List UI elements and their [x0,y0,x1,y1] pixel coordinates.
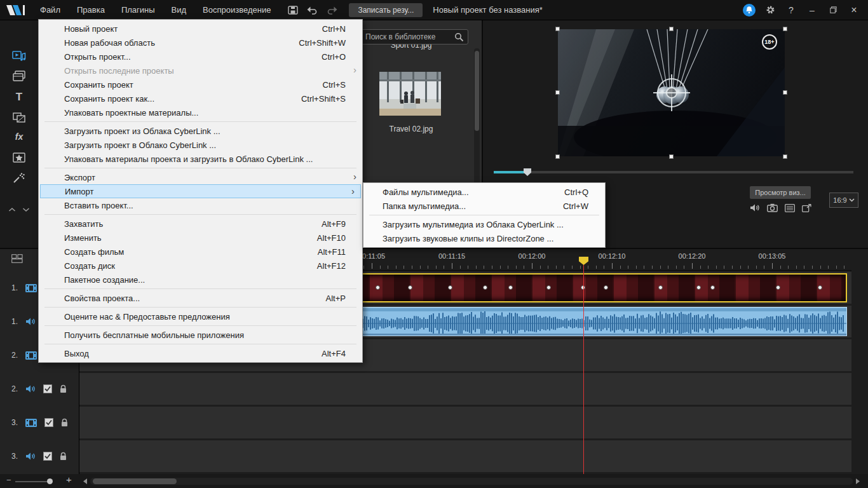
menu-item[interactable]: Новая рабочая областьCtrl+Shift+W [39,36,362,50]
effect-room-icon[interactable]: fx [10,129,29,144]
media-room-icon[interactable] [10,48,29,64]
settings-gear-icon[interactable] [764,4,776,17]
menu-item[interactable]: Открыть проект...Ctrl+O [39,50,362,64]
menu-item[interactable]: ИзменитьAlt+F10 [39,231,362,245]
track-lock-icon[interactable] [59,452,67,461]
track-enable-checkbox[interactable] [43,452,52,461]
keyframe-marker[interactable] [776,285,780,290]
zoom-slider-handle[interactable] [47,478,53,484]
menu-item[interactable]: Открыть последние проекты› [39,64,362,78]
maximize-icon[interactable] [827,4,839,17]
menu-item[interactable]: Загрузить проект в Облако CyberLink ... [39,138,362,152]
menu-item[interactable]: Экспорт› [39,170,362,184]
aspect-ratio-select[interactable]: 16:9 [829,193,858,208]
scroll-right-arrow[interactable] [855,478,860,485]
overlay-room-icon[interactable] [10,150,29,165]
help-icon[interactable]: ? [785,4,797,17]
preview-video[interactable]: 18+ [558,29,785,156]
record-result-button[interactable]: Записать резу... [349,3,423,17]
keyframe-marker[interactable] [604,285,608,290]
track-audio-icon[interactable] [25,317,36,326]
keyframe-marker[interactable] [546,285,551,290]
track-lock-icon[interactable] [60,418,69,427]
menu-item[interactable]: Загрузить звуковые клипы из DirectorZone… [363,231,605,245]
menu-item[interactable]: Загрузить мультимедиа из Облака CyberLin… [363,217,605,231]
save-icon[interactable] [288,6,298,15]
library-item-thumbnail[interactable] [379,72,441,116]
keyframe-marker[interactable] [376,285,380,290]
keyframe-marker[interactable] [658,285,663,290]
selection-handle[interactable] [669,154,674,159]
menu-item[interactable]: Создать фильмAlt+F11 [39,245,362,259]
keyframe-marker[interactable] [696,285,701,290]
selection-handle[interactable] [783,27,787,31]
track-video-icon[interactable] [25,284,37,292]
transition-room-icon[interactable] [10,110,29,125]
title-room-icon[interactable]: T [10,90,29,105]
move-gizmo[interactable] [657,78,686,107]
library-scrollbar-thumb[interactable] [475,51,479,131]
search-icon[interactable] [454,32,464,42]
selection-handle[interactable] [783,90,787,95]
details-icon[interactable] [785,204,795,212]
notification-bell-icon[interactable] [743,4,756,17]
timeline-scrollbar-thumb[interactable] [93,478,177,484]
preview-quality-button[interactable]: Просмотр виз... [750,186,811,199]
keyframe-marker[interactable] [483,285,487,290]
zoom-out-icon[interactable]: − [6,475,11,485]
track-audio-icon[interactable] [25,384,36,393]
track-manager-button[interactable] [11,254,23,263]
timeline-scrollbar[interactable] [90,478,853,485]
rooms-scroll-up-button[interactable] [8,203,16,215]
library-search-input[interactable]: Поиск в библиотеке [359,29,468,44]
keyframe-marker[interactable] [408,285,412,290]
selection-handle[interactable] [555,154,560,159]
menu-item[interactable]: Упаковать проектные материалы... [39,105,362,119]
menu-item[interactable]: Папка мультимедиа...Ctrl+W [363,199,605,213]
menubar-menu-0[interactable]: Файл [32,0,69,20]
volume-icon[interactable] [750,203,760,212]
track-enable-checkbox[interactable] [43,384,52,393]
zoom-slider[interactable] [15,481,51,482]
menu-item[interactable]: Новый проектCtrl+N [39,22,362,36]
redo-icon[interactable] [327,6,337,15]
scroll-left-arrow[interactable] [83,478,88,485]
menu-item[interactable]: Импорт› [40,184,361,198]
menu-item[interactable]: Загрузить проект из Облака CyberLink ... [39,124,362,138]
menu-item[interactable]: Файлы мультимедиа...Ctrl+Q [363,185,605,199]
particle-room-icon[interactable] [10,170,29,186]
track-audio-icon[interactable] [25,452,36,461]
track-video-icon[interactable] [25,351,37,360]
zoom-in-icon[interactable]: + [66,474,72,485]
selection-handle[interactable] [669,27,674,31]
menu-item[interactable]: Оцените нас & Предоставьте предложения [39,309,362,323]
menu-item[interactable]: Упаковать материалы проекта и загрузить … [39,152,362,166]
snapshot-camera-icon[interactable] [767,203,778,212]
menu-item[interactable]: Сохранить проект как...Ctrl+Shift+S [39,92,362,105]
menu-item[interactable]: ЗахватитьAlt+F9 [39,217,362,231]
menu-item[interactable]: Свойства проекта...Alt+P [39,291,362,305]
keyframe-marker[interactable] [710,285,715,290]
close-icon[interactable]: × [848,4,860,17]
track-lock-icon[interactable] [59,384,67,393]
track-video-icon[interactable] [25,419,37,427]
menubar-menu-4[interactable]: Воспроизведение [194,0,279,20]
timeline-track-lane[interactable] [79,440,851,472]
track-enable-checkbox[interactable] [44,418,53,427]
menubar-menu-2[interactable]: Плагины [113,0,163,20]
template-room-icon[interactable] [10,69,29,84]
produce-window-icon[interactable] [802,204,811,212]
menu-item[interactable]: Сохранить проектCtrl+S [39,78,362,92]
preview-seekbar[interactable] [494,171,853,173]
menubar-menu-1[interactable]: Правка [69,0,113,20]
menu-item[interactable]: Вставить проект... [39,198,362,212]
undo-icon[interactable] [307,6,318,15]
selection-handle[interactable] [783,154,787,159]
timeline-track-lane[interactable] [79,373,851,405]
keyframe-marker[interactable] [508,285,513,290]
keyframe-marker[interactable] [448,285,452,290]
selection-handle[interactable] [555,27,560,31]
minimize-icon[interactable]: – [806,4,818,17]
menu-item[interactable]: ВыходAlt+F4 [39,346,362,360]
seekbar-handle[interactable] [524,168,531,176]
